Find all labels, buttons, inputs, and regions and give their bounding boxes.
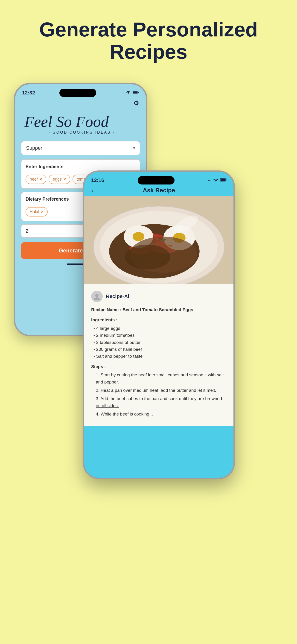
recipe-card: Recipe-Ai Recipe Name : Beef and Tomato … <box>84 284 234 426</box>
ingredients-header: Ingredients : <box>91 316 226 324</box>
tag-eggs-remove[interactable]: ✕ <box>63 177 66 182</box>
ingredient-2: - 2 medium tomatoes <box>91 332 226 339</box>
step-3: 3. Add the beef cubes to the pan and coo… <box>91 395 226 409</box>
ingredient-3: - 2 tablespoons of butter <box>91 339 226 346</box>
tag-eggs[interactable]: eggs ✕ <box>48 174 70 184</box>
settings-row: ⚙ <box>15 97 146 109</box>
author-avatar <box>91 291 103 302</box>
phone-front-screen: 12:16 ··· ‹ Ask Recipe <box>83 170 235 479</box>
svg-point-21 <box>125 244 170 270</box>
status-icons-back: ··· <box>120 90 139 95</box>
dots-icon-front: ··· <box>208 178 211 183</box>
steps-header: Steps : <box>91 363 226 370</box>
meal-type-value: Supper <box>26 145 42 151</box>
recipe-content: Recipe Name : Beef and Tomato Scrambled … <box>91 306 226 418</box>
status-time-front: 12:16 <box>91 177 104 183</box>
recipe-author-row: Recipe-Ai <box>91 291 226 302</box>
svg-point-25 <box>94 297 100 300</box>
tag-beef-remove[interactable]: ✕ <box>39 177 42 182</box>
author-name: Recipe-Ai <box>106 294 129 300</box>
ingredient-4: - 200 grams of halal beef <box>91 346 226 353</box>
back-arrow-button[interactable]: ‹ <box>91 187 93 194</box>
servings-value: 2 <box>26 228 28 234</box>
nav-bar-front: ‹ Ask Recipe <box>84 184 234 196</box>
dynamic-island-back <box>60 89 96 97</box>
status-icons-front: ··· <box>208 178 226 183</box>
dropdown-arrow-icon: ▾ <box>133 146 135 151</box>
status-bar-front: 12:16 ··· <box>84 172 234 184</box>
dynamic-island-front <box>138 176 174 184</box>
logo-subtitle: · GOOD COOKING IDEAS · <box>24 130 139 134</box>
status-bar-back: 12:32 ··· <box>15 84 146 97</box>
svg-rect-2 <box>138 92 139 93</box>
gear-icon[interactable]: ⚙ <box>133 99 139 107</box>
food-image <box>84 196 234 284</box>
ingredient-5: - Salt and pepper to taste <box>91 353 226 360</box>
recipe-name: Recipe Name : Beef and Tomato Scrambled … <box>91 306 226 313</box>
food-svg <box>84 196 234 284</box>
dropdown-row: Supper ▾ <box>21 141 140 155</box>
wifi-icon <box>126 90 131 95</box>
wifi-icon-front <box>213 178 218 183</box>
battery-icon-front <box>220 178 226 183</box>
nav-title: Ask Recipe <box>143 187 175 194</box>
battery-icon <box>132 90 139 95</box>
tag-beef[interactable]: beef ✕ <box>26 174 46 184</box>
meal-type-dropdown[interactable]: Supper ▾ <box>21 141 140 155</box>
status-time-back: 12:32 <box>22 90 35 96</box>
step-1: 1. Start by cutting the beef into small … <box>91 372 226 386</box>
dots-icon: ··· <box>120 90 124 95</box>
svg-rect-1 <box>133 92 138 94</box>
tag-halal-remove[interactable]: ✕ <box>40 210 44 214</box>
step-4: 4. While the beef is cooking... <box>91 411 226 418</box>
svg-point-15 <box>132 232 144 241</box>
step-2: 2. Heat a pan over medium heat, add the … <box>91 387 226 394</box>
ingredient-1: - 4 large eggs <box>91 325 226 332</box>
tag-halal[interactable]: Halal ✕ <box>26 207 48 216</box>
logo-title: Feel So Food <box>24 114 139 130</box>
svg-rect-4 <box>220 179 225 181</box>
page-title: Generate Personalized Recipes <box>0 0 297 63</box>
logo-area: Feel So Food · GOOD COOKING IDEAS · <box>15 109 146 137</box>
svg-rect-5 <box>226 179 226 180</box>
svg-point-24 <box>95 294 98 297</box>
